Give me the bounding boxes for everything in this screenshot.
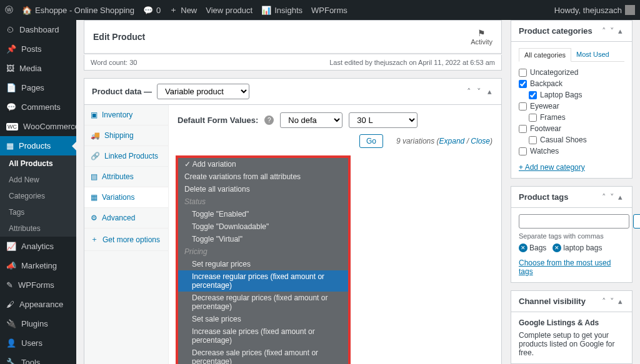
category-item[interactable]: Frames [529,112,624,123]
wpforms-link[interactable]: WPForms [311,6,348,15]
category-checkbox[interactable] [519,69,527,77]
remove-tag-icon[interactable]: ✕ [519,243,528,252]
bulk-option[interactable]: Set sale prices [178,313,348,325]
activity-link[interactable]: ⚑Activity [471,28,492,46]
box-toggle-icon[interactable]: ▴ [486,87,494,96]
menu-dashboard[interactable]: ⏲Dashboard [0,20,76,39]
bulk-option[interactable]: Toggle "Downloadable" [178,220,348,233]
expand-link[interactable]: Expand [439,137,465,145]
box-up-icon[interactable]: ˄ [465,87,473,96]
howdy-link[interactable]: Howdy, thejuszach [554,5,635,15]
menu-wpforms[interactable]: ✎WPForms [0,275,76,295]
menu-posts[interactable]: 📌Posts [0,39,76,59]
menu-woocommerce[interactable]: WCWooCommerce [0,117,76,136]
new-link[interactable]: ＋New [169,4,197,16]
bulk-option[interactable]: Delete all variations [178,183,348,195]
category-item[interactable]: Eyewear [519,101,624,112]
admin-bar: ⓦ 🏠Eshoppe - Online Shopping 💬0 ＋New Vie… [0,0,640,20]
chevron-down-icon[interactable]: ˅ [608,192,616,202]
category-checkbox[interactable] [529,136,537,144]
category-checkbox[interactable] [529,114,537,122]
products-submenu: All Products Add New Categories Tags Att… [0,155,76,237]
users-icon: 👤 [6,338,16,348]
close-link[interactable]: Close [471,137,490,145]
sub-categories[interactable]: Categories [0,188,76,204]
tag-hint: Separate tags with commas [519,232,624,240]
bulk-option[interactable]: Toggle "Virtual" [178,233,348,245]
go-button[interactable]: Go [359,134,383,148]
tab-attributes[interactable]: ▤Attributes [84,167,168,187]
toggle-icon[interactable]: ▴ [616,26,624,36]
category-item[interactable]: Laptop Bags [529,89,624,101]
bulk-option[interactable]: Decrease sale prices (fixed amount or pe… [178,347,348,364]
tab-advanced[interactable]: ⚙Advanced [84,208,168,229]
bulk-option[interactable]: Create variations from all attributes [178,170,348,183]
insights-link[interactable]: 📊Insights [261,6,302,15]
size-select[interactable]: 30 L [349,112,418,128]
sub-all-products[interactable]: All Products [0,155,76,172]
sub-attributes[interactable]: Attributes [0,220,76,237]
categories-title: Product categories [519,26,592,36]
bulk-action-dropdown[interactable]: ✓ Add variationCreate variations from al… [176,155,351,364]
category-item[interactable]: Footwear [519,123,624,134]
category-checkbox[interactable] [519,147,527,155]
product-tabs: ▣Inventory 🚚Shipping 🔗Linked Products ▤A… [84,105,169,364]
tab-inventory[interactable]: ▣Inventory [84,105,168,125]
view-product-link[interactable]: View product [206,6,252,15]
tab-shipping[interactable]: 🚚Shipping [84,125,168,146]
add-tag-button[interactable]: Add [633,214,640,229]
category-list: UncategorizedBackpackLaptop BagsEyewearF… [519,67,624,157]
toggle-icon[interactable]: ▴ [616,297,624,306]
chevron-down-icon[interactable]: ˅ [608,297,616,306]
menu-appearance[interactable]: 🖌Appearance [0,295,76,314]
chevron-up-icon[interactable]: ˄ [600,297,608,306]
tab-more[interactable]: ＋Get more options [84,229,168,251]
category-item[interactable]: Casual Shoes [529,134,624,145]
add-category-link[interactable]: + Add new category [519,163,585,172]
chevron-up-icon[interactable]: ˄ [600,192,608,202]
menu-products[interactable]: ▦Products [0,136,76,155]
help-icon[interactable]: ? [264,116,274,125]
menu-media[interactable]: 🖼Media [0,59,76,78]
sub-tags[interactable]: Tags [0,204,76,220]
colour-select[interactable]: No default Colour… [280,112,342,128]
tag-input[interactable] [519,214,629,229]
remove-tag-icon[interactable]: ✕ [552,243,561,252]
cat-tab-all[interactable]: All categories [519,48,571,62]
category-item[interactable]: Uncategorized [519,67,624,78]
chevron-up-icon[interactable]: ˄ [600,26,608,36]
bulk-option[interactable]: Increase regular prices (fixed amount or… [178,270,348,292]
category-checkbox[interactable] [529,91,537,99]
menu-analytics[interactable]: 📈Analytics [0,237,76,256]
site-link[interactable]: 🏠Eshoppe - Online Shopping [22,6,134,15]
bulk-option[interactable]: Increase sale prices (fixed amount or pe… [178,325,348,347]
bulk-option[interactable]: ✓ Add variation [178,158,348,170]
menu-pages[interactable]: 📄Pages [0,78,76,97]
category-item[interactable]: Watches [519,145,624,157]
product-type-select[interactable]: Variable product [157,84,249,99]
choose-tags-link[interactable]: Choose from the most used tags [519,258,611,276]
box-down-icon[interactable]: ˅ [475,87,483,96]
toggle-icon[interactable]: ▴ [616,192,624,202]
menu-marketing[interactable]: 📣Marketing [0,256,76,275]
chevron-down-icon[interactable]: ˅ [608,26,616,36]
menu-comments[interactable]: 💬Comments [0,97,76,117]
category-item[interactable]: Backpack [519,78,624,89]
category-checkbox[interactable] [519,102,527,111]
tab-variations[interactable]: ▦Variations [84,187,168,208]
bulk-option[interactable]: Set regular prices [178,258,348,270]
attributes-icon: ▤ [91,172,98,181]
admin-sidebar: ⏲Dashboard 📌Posts 🖼Media 📄Pages 💬Comment… [0,20,76,364]
category-checkbox[interactable] [519,80,527,88]
sub-add-new[interactable]: Add New [0,172,76,188]
bulk-option[interactable]: Decrease regular prices (fixed amount or… [178,292,348,313]
menu-plugins[interactable]: 🔌Plugins [0,314,76,333]
menu-users[interactable]: 👤Users [0,333,76,353]
cat-tab-used[interactable]: Most Used [571,48,614,61]
comments-link[interactable]: 💬0 [143,6,161,15]
bulk-option[interactable]: Toggle "Enabled" [178,208,348,220]
tab-linked[interactable]: 🔗Linked Products [84,146,168,167]
wp-logo[interactable]: ⓦ [5,4,13,16]
category-checkbox[interactable] [519,125,527,133]
menu-tools[interactable]: 🔧Tools [0,353,76,364]
